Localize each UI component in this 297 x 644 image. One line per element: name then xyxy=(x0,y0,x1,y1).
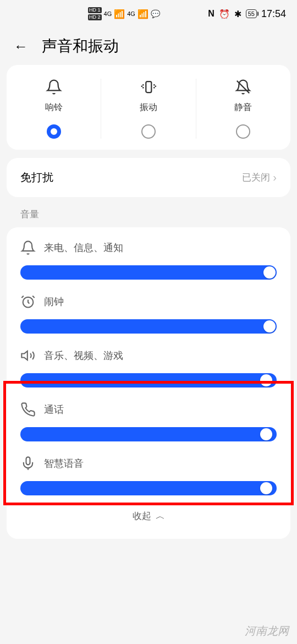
volume-alarm: 闹钟 xyxy=(20,284,277,338)
speaker-icon xyxy=(20,348,36,363)
network-label-2: 4G xyxy=(127,10,135,17)
network-label: 4G xyxy=(104,10,112,17)
time-label: 17:54 xyxy=(261,8,286,20)
mode-silent-label: 静音 xyxy=(234,102,252,113)
collapse-label: 收起 xyxy=(133,510,151,522)
volume-ai-label: 智慧语音 xyxy=(44,457,84,470)
hd2-badge: HD 2 xyxy=(88,14,102,20)
dnd-title: 免打扰 xyxy=(20,170,53,185)
signal-icon: 📶 xyxy=(114,9,125,19)
slider-media[interactable] xyxy=(20,373,277,388)
bluetooth-icon: ✱ xyxy=(234,9,241,19)
clock-icon xyxy=(20,294,36,309)
mode-silent[interactable]: 静音 xyxy=(196,79,290,139)
status-left: HD 1 HD 2 4G 📶 4G 📶 💬 xyxy=(88,7,160,20)
volume-media-label: 音乐、视频、游戏 xyxy=(44,349,123,362)
radio-silent[interactable] xyxy=(236,124,250,139)
volume-ai: 智慧语音 xyxy=(20,446,277,500)
radio-vibrate[interactable] xyxy=(141,124,156,139)
mode-ring-label: 响铃 xyxy=(45,102,63,113)
volume-card: 来电、信息、通知 闹钟 音乐、视频、游戏 xyxy=(7,227,290,539)
collapse-button[interactable]: 收起 ︿ xyxy=(20,500,277,528)
volume-alarm-label: 闹钟 xyxy=(44,295,64,308)
slider-ai[interactable] xyxy=(20,481,277,495)
chevron-up-icon: ︿ xyxy=(156,510,165,522)
volume-ringtone-label: 来电、信息、通知 xyxy=(44,241,123,254)
chevron-right-icon: › xyxy=(273,171,277,184)
bell-icon xyxy=(46,79,62,95)
mode-ring[interactable]: 响铃 xyxy=(7,79,101,139)
volume-call: 通话 xyxy=(20,392,277,446)
volume-media: 音乐、视频、游戏 xyxy=(20,338,277,392)
battery-icon: 55 xyxy=(246,9,257,18)
volume-call-label: 通话 xyxy=(44,403,64,416)
mic-icon xyxy=(20,456,36,471)
bell-off-icon xyxy=(235,79,251,95)
radio-ring[interactable] xyxy=(47,124,61,139)
back-button[interactable]: ← xyxy=(14,38,28,55)
slider-call[interactable] xyxy=(20,427,277,441)
hd1-badge: HD 1 xyxy=(88,7,102,13)
watermark: 河南龙网 xyxy=(245,624,289,638)
phone-icon xyxy=(20,402,36,417)
dnd-status: 已关闭 xyxy=(242,171,270,184)
status-right: N ⏰ ✱ 55 17:54 xyxy=(208,8,286,20)
alarm-indicator-icon: ⏰ xyxy=(219,9,230,19)
svg-rect-0 xyxy=(146,81,151,92)
nfc-icon: N xyxy=(208,9,215,19)
bell-icon xyxy=(20,240,36,255)
status-bar: HD 1 HD 2 4G 📶 4G 📶 💬 N ⏰ ✱ 55 17:54 xyxy=(0,0,297,28)
wechat-icon: 💬 xyxy=(151,9,160,18)
page-title: 声音和振动 xyxy=(42,36,119,57)
slider-alarm[interactable] xyxy=(20,319,277,334)
signal-icon-2: 📶 xyxy=(138,9,148,19)
vibrate-icon xyxy=(139,79,158,95)
mode-vibrate-label: 振动 xyxy=(140,102,157,113)
volume-ringtone: 来电、信息、通知 xyxy=(20,230,277,284)
sound-mode-selector: 响铃 振动 静音 xyxy=(7,65,290,150)
mode-vibrate[interactable]: 振动 xyxy=(101,79,196,139)
dnd-row[interactable]: 免打扰 已关闭 › xyxy=(7,158,290,197)
svg-rect-4 xyxy=(26,457,30,465)
slider-ringtone[interactable] xyxy=(20,265,277,280)
volume-section-title: 音量 xyxy=(7,197,290,227)
svg-marker-3 xyxy=(21,351,28,360)
header: ← 声音和振动 xyxy=(0,28,297,65)
